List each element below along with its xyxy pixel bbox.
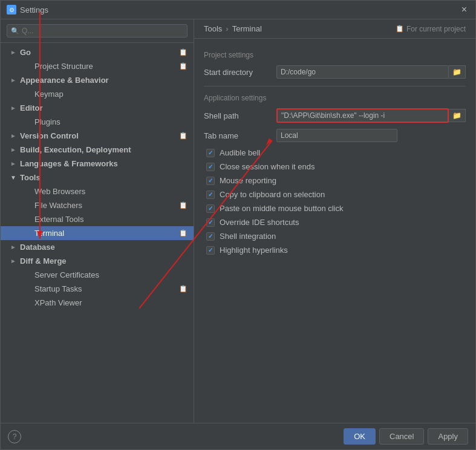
sidebar-item-label: Languages & Frameworks bbox=[20, 159, 118, 168]
tab-name-input[interactable] bbox=[276, 129, 397, 142]
checkbox-row-audible-bell[interactable]: Audible bell bbox=[204, 148, 466, 157]
breadcrumb-parent: Tools bbox=[204, 24, 222, 33]
title-bar: ⚙ Settings × bbox=[1, 1, 475, 19]
project-icon: 📋 bbox=[396, 25, 404, 33]
for-current-project-label: For current project bbox=[406, 25, 466, 33]
arrow-icon: ► bbox=[10, 258, 18, 264]
checkbox-label-mouse-reporting: Mouse reporting bbox=[220, 176, 276, 185]
sidebar-item-label: Server Certificates bbox=[34, 270, 99, 279]
sidebar-item-label: Go bbox=[20, 48, 31, 57]
checkbox-label-copy-clipboard: Copy to clipboard on selection bbox=[220, 190, 325, 199]
sidebar-item-label: External Tools bbox=[34, 215, 83, 224]
checkbox-copy-clipboard[interactable] bbox=[206, 191, 215, 199]
start-directory-browse-btn[interactable]: 📁 bbox=[449, 65, 466, 79]
arrow-icon: ► bbox=[10, 132, 18, 139]
settings-sidebar: 🔍 ►Go📋Project Structure📋►Appearance & Be… bbox=[1, 19, 194, 423]
start-directory-input[interactable] bbox=[276, 65, 449, 79]
sidebar-item-label: Editor bbox=[20, 103, 43, 112]
sidebar-item-file-watchers[interactable]: File Watchers📋 bbox=[1, 198, 194, 212]
sidebar-item-build[interactable]: ►Build, Execution, Deployment bbox=[1, 143, 194, 157]
arrow-icon: ▼ bbox=[10, 174, 18, 181]
bottom-bar: ? OK Cancel Apply bbox=[1, 423, 475, 449]
ok-button[interactable]: OK bbox=[344, 428, 376, 445]
breadcrumb-bar: Tools › Terminal 📋 For current project bbox=[194, 19, 475, 39]
sidebar-item-appearance[interactable]: ►Appearance & Behavior bbox=[1, 73, 194, 87]
breadcrumb-separator: › bbox=[226, 24, 228, 33]
copy-icon: 📋 bbox=[179, 229, 187, 237]
checkbox-row-paste-middle[interactable]: Paste on middle mouse button click bbox=[204, 204, 466, 213]
arrow-icon: ► bbox=[10, 49, 18, 56]
checkbox-shell-integration[interactable] bbox=[206, 232, 215, 241]
arrow-icon: ► bbox=[10, 105, 18, 111]
apply-button[interactable]: Apply bbox=[428, 428, 468, 445]
sidebar-item-label: Web Browsers bbox=[34, 187, 85, 196]
settings-body: Project settings Start directory 📁 Appli… bbox=[194, 39, 475, 423]
checkbox-list: Audible bellClose session when it endsMo… bbox=[204, 148, 466, 255]
checkbox-row-highlight-hyperlinks[interactable]: Highlight hyperlinks bbox=[204, 246, 466, 255]
checkbox-override-ide[interactable] bbox=[206, 218, 215, 227]
checkbox-row-override-ide[interactable]: Override IDE shortcuts bbox=[204, 218, 466, 227]
main-panel: Tools › Terminal 📋 For current project P… bbox=[194, 19, 475, 423]
search-icon: 🔍 bbox=[11, 27, 19, 35]
sidebar-item-label: Build, Execution, Deployment bbox=[20, 145, 131, 154]
checkbox-row-shell-integration[interactable]: Shell integration bbox=[204, 232, 466, 241]
start-directory-label: Start directory bbox=[204, 68, 276, 77]
sidebar-item-editor[interactable]: ►Editor bbox=[1, 101, 194, 115]
app-settings-header: Application settings bbox=[204, 94, 466, 102]
checkbox-label-close-session: Close session when it ends bbox=[220, 162, 315, 171]
shell-path-input[interactable] bbox=[276, 108, 449, 123]
project-settings-header: Project settings bbox=[204, 51, 466, 59]
settings-dialog: ⚙ Settings × 🔍 ►Go📋Project Structure📋►Ap… bbox=[0, 0, 476, 450]
copy-icon: 📋 bbox=[179, 201, 187, 209]
checkbox-highlight-hyperlinks[interactable] bbox=[206, 246, 215, 255]
sidebar-item-label: XPath Viewer bbox=[34, 298, 82, 307]
checkbox-paste-middle[interactable] bbox=[206, 204, 215, 213]
copy-icon: 📋 bbox=[179, 285, 187, 293]
checkbox-row-copy-clipboard[interactable]: Copy to clipboard on selection bbox=[204, 190, 466, 199]
for-current-project-btn[interactable]: 📋 For current project bbox=[396, 25, 466, 33]
sidebar-item-database[interactable]: ►Database bbox=[1, 240, 194, 254]
sidebar-item-xpath-viewer[interactable]: XPath Viewer bbox=[1, 296, 194, 310]
shell-path-row: Shell path 📁 bbox=[204, 108, 466, 123]
sidebar-item-terminal[interactable]: Terminal📋 bbox=[1, 226, 194, 240]
arrow-icon: ► bbox=[10, 146, 18, 153]
search-input[interactable] bbox=[22, 27, 183, 35]
breadcrumb-current: Terminal bbox=[232, 24, 262, 33]
app-icon: ⚙ bbox=[7, 5, 16, 15]
shell-path-browse-btn[interactable]: 📁 bbox=[449, 109, 466, 122]
nav-tree: ►Go📋Project Structure📋►Appearance & Beha… bbox=[1, 43, 194, 423]
sidebar-item-server-certificates[interactable]: Server Certificates bbox=[1, 268, 194, 282]
arrow-icon: ► bbox=[10, 77, 18, 83]
checkbox-label-override-ide: Override IDE shortcuts bbox=[220, 218, 299, 227]
checkbox-row-close-session[interactable]: Close session when it ends bbox=[204, 162, 466, 171]
sidebar-item-label: Diff & Merge bbox=[20, 256, 67, 266]
sidebar-item-project-structure[interactable]: Project Structure📋 bbox=[1, 59, 194, 73]
sidebar-item-startup-tasks[interactable]: Startup Tasks📋 bbox=[1, 282, 194, 296]
sidebar-item-plugins[interactable]: Plugins bbox=[1, 115, 194, 129]
sidebar-item-label: Keymap bbox=[34, 90, 64, 99]
help-button[interactable]: ? bbox=[8, 430, 21, 443]
tab-name-label: Tab name bbox=[204, 131, 276, 140]
sidebar-item-diff-merge[interactable]: ►Diff & Merge bbox=[1, 254, 194, 268]
sidebar-item-keymap[interactable]: Keymap bbox=[1, 87, 194, 101]
copy-icon: 📋 bbox=[179, 62, 187, 70]
sidebar-item-label: Database bbox=[20, 243, 55, 252]
checkbox-row-mouse-reporting[interactable]: Mouse reporting bbox=[204, 176, 466, 185]
checkbox-mouse-reporting[interactable] bbox=[206, 177, 215, 185]
sidebar-item-version-control[interactable]: ►Version Control📋 bbox=[1, 129, 194, 143]
checkbox-close-session[interactable] bbox=[206, 163, 215, 171]
sidebar-item-label: Plugins bbox=[34, 117, 60, 126]
sidebar-item-external-tools[interactable]: External Tools bbox=[1, 212, 194, 226]
cancel-button[interactable]: Cancel bbox=[379, 428, 424, 445]
close-button[interactable]: × bbox=[459, 4, 469, 15]
sidebar-item-label: File Watchers bbox=[34, 201, 82, 210]
sidebar-item-web-browsers[interactable]: Web Browsers bbox=[1, 184, 194, 198]
sidebar-item-label: Startup Tasks bbox=[34, 284, 82, 293]
dialog-title: Settings bbox=[20, 5, 459, 15]
checkbox-label-shell-integration: Shell integration bbox=[220, 232, 276, 241]
arrow-icon: ► bbox=[10, 244, 18, 250]
sidebar-item-go[interactable]: ►Go📋 bbox=[1, 45, 194, 59]
sidebar-item-tools[interactable]: ▼Tools bbox=[1, 171, 194, 184]
sidebar-item-languages[interactable]: ►Languages & Frameworks bbox=[1, 157, 194, 171]
checkbox-audible-bell[interactable] bbox=[206, 149, 215, 157]
